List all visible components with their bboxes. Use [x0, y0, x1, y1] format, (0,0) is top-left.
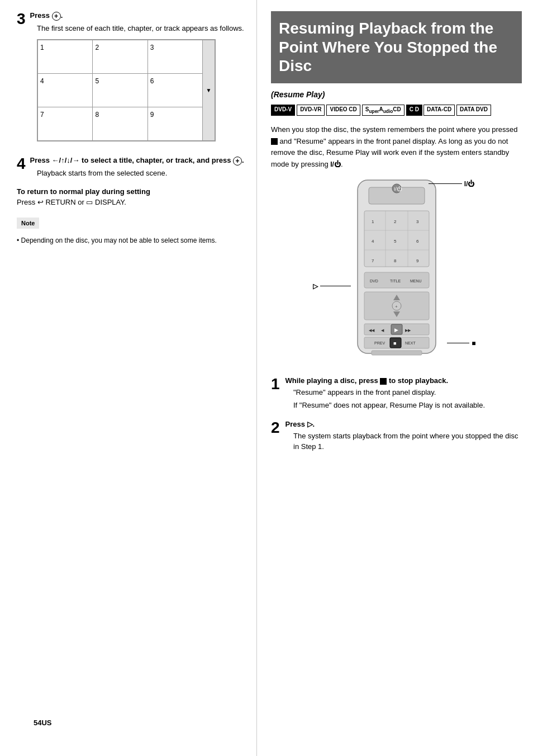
- grid-cell-9: 9: [147, 107, 202, 141]
- svg-rect-38: [372, 351, 422, 355]
- return-text: Press ↩ RETURN or ▭ DISPLAY.: [17, 198, 245, 206]
- format-badges: DVD-V DVD-VR VIDEO CD SuperAudioCD C D D…: [271, 105, 522, 117]
- badge-cd: C D: [406, 105, 422, 116]
- resume-subtitle: (Resume Play): [271, 90, 522, 99]
- remote-svg: 1 2 3 4 5 6 7 8 9 DVD TITLE MENU +: [341, 177, 453, 356]
- badge-dvdv: DVD-V: [271, 105, 295, 116]
- badge-row-1: DVD-V DVD-VR VIDEO CD SuperAudioCD C D: [271, 105, 422, 116]
- step2-number: 2: [271, 420, 280, 436]
- svg-text:▶: ▶: [394, 327, 398, 333]
- badge-datacd: DATA-CD: [423, 105, 455, 116]
- step1-header: While playing a disc, press to stop play…: [271, 376, 522, 385]
- step3-body: The first scene of each title, chapter, …: [37, 23, 245, 142]
- grid-cell-2: 2: [93, 40, 147, 74]
- step1-number: 1: [271, 376, 280, 392]
- svg-text:◀◀: ◀◀: [369, 328, 375, 332]
- svg-text:DVD: DVD: [370, 279, 378, 283]
- grid-cell-4: 4: [38, 74, 93, 107]
- note-label: Note: [17, 218, 39, 229]
- svg-text:6: 6: [416, 239, 419, 244]
- grid-cell-3: 3: [147, 40, 202, 74]
- step2-header: Press ▷.: [271, 420, 522, 428]
- step4-block: 4 Press ←/↑/↓/→ to select a title, chapt…: [17, 156, 245, 178]
- badge-row-2: DATA-CD DATA DVD: [423, 105, 491, 116]
- svg-text:I/⏻: I/⏻: [394, 186, 402, 192]
- remote-diagram: 1 2 3 4 5 6 7 8 9 DVD TITLE MENU +: [318, 177, 475, 367]
- scroll-bar: ▼: [203, 40, 215, 141]
- svg-text:▶▶: ▶▶: [405, 328, 411, 332]
- step4-header: Press ←/↑/↓/→ to select a title, chapter…: [17, 156, 245, 166]
- enter-icon: +: [52, 12, 61, 21]
- svg-text:3: 3: [416, 219, 419, 224]
- svg-text:1: 1: [372, 219, 374, 224]
- page-title: Resuming Playback from the Point Where Y…: [271, 11, 522, 83]
- grid-cell-8: 8: [93, 107, 147, 141]
- annotation-stop: ■: [447, 339, 475, 347]
- svg-text:NEXT: NEXT: [405, 341, 416, 345]
- svg-text:5: 5: [394, 239, 397, 244]
- step1-body: "Resume" appears in the front panel disp…: [293, 387, 522, 411]
- grid-cell-7: 7: [38, 107, 93, 141]
- step4-number: 4: [17, 156, 26, 172]
- power-icon-inline: I/⏻: [330, 159, 341, 170]
- page-number: 54US: [34, 719, 52, 727]
- svg-text:2: 2: [394, 219, 397, 224]
- play-arrow-label: ▷: [313, 282, 318, 290]
- svg-text:+: +: [395, 304, 398, 309]
- enter-icon-2: +: [233, 157, 242, 166]
- step1-block: 1 While playing a disc, press to stop pl…: [271, 376, 522, 411]
- step3-block: 3 Press +. The first scene of each title…: [17, 11, 245, 147]
- step4-body: Playback starts from the selected scene.: [37, 168, 245, 179]
- grid-cell-1: 1: [38, 40, 93, 74]
- svg-text:■: ■: [393, 341, 396, 346]
- grid-cell-5: 5: [93, 74, 147, 107]
- stop-icon-inline: [271, 138, 278, 145]
- note-section: Note • Depending on the disc, you may no…: [17, 212, 245, 244]
- svg-text:8: 8: [394, 258, 397, 263]
- step3-number: 3: [17, 11, 26, 27]
- note-content: • Depending on the disc, you may not be …: [17, 237, 245, 244]
- step2-body: The system starts playback from the poin…: [293, 431, 522, 452]
- scene-grid: 1 2 3 ▼ 4 5 6 7 8 9: [37, 39, 216, 141]
- badge-datadvd: DATA DVD: [456, 105, 491, 116]
- annotation-play: ▷: [313, 282, 351, 290]
- svg-text:7: 7: [372, 258, 374, 263]
- stop-icon-step1: [380, 378, 387, 385]
- badge-videocd: VIDEO CD: [326, 105, 360, 116]
- step2-block: 2 Press ▷. The system starts playback fr…: [271, 420, 522, 452]
- step3-header: Press +.: [17, 11, 245, 21]
- svg-text:4: 4: [372, 239, 374, 244]
- svg-text:MENU: MENU: [410, 279, 422, 283]
- svg-text:PREV: PREV: [374, 341, 385, 345]
- section-heading: To return to normal play during setting: [17, 187, 245, 196]
- badge-dvdvr: DVD-VR: [297, 105, 325, 116]
- body-text: When you stop the disc, the system remem…: [271, 124, 522, 171]
- badge-sacd: SuperAudioCD: [362, 105, 404, 116]
- grid-cell-6: 6: [147, 74, 202, 107]
- svg-text:9: 9: [416, 258, 419, 263]
- svg-text:TITLE: TITLE: [390, 279, 401, 283]
- stop-label: ■: [472, 339, 475, 347]
- annotation-power: I/⏻: [429, 180, 475, 188]
